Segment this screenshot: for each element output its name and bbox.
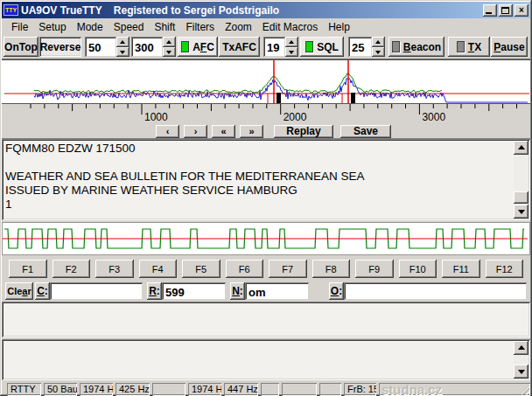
callsign-input[interactable] xyxy=(50,282,143,300)
title-bar[interactable]: TTY UA9OV TrueTTY Registered to Sergei P… xyxy=(2,2,530,18)
callsign-label[interactable]: C: xyxy=(35,282,50,300)
save-button[interactable]: Save xyxy=(340,125,391,138)
afc-toggle[interactable]: AFC xyxy=(178,37,218,57)
pause-label: Pause xyxy=(494,41,524,53)
scroll-down-button[interactable] xyxy=(514,205,528,219)
status-bar: RTTY50 Baud1974 Hz425 Hz1974 Hz447 HzFrB… xyxy=(2,382,530,396)
replay-button[interactable]: Replay xyxy=(274,125,333,138)
tx-button[interactable]: TX xyxy=(448,37,490,57)
status-panel-10: FrB: 15 xyxy=(344,383,376,396)
up-arrow-icon xyxy=(120,40,125,44)
name-label[interactable]: N: xyxy=(230,282,245,300)
minimize-button[interactable] xyxy=(483,4,497,17)
afc-range-input[interactable] xyxy=(263,37,285,57)
squelch-down-button[interactable] xyxy=(372,47,385,58)
fast-forward-button[interactable]: » xyxy=(240,125,263,138)
oscilloscope-display xyxy=(2,222,530,255)
transmit-window[interactable] xyxy=(2,302,530,337)
menu-shift[interactable]: Shift xyxy=(149,19,180,35)
scroll-up-button[interactable] xyxy=(514,341,528,355)
frequency-scale[interactable]: 100020003000 xyxy=(2,104,530,124)
down-arrow-icon xyxy=(166,51,172,54)
menu-edit-macros[interactable]: Edit Macros xyxy=(257,19,323,35)
fkey-f10[interactable]: F10 xyxy=(399,260,438,278)
rx-line: 1 xyxy=(5,198,511,212)
afc-range-up-button[interactable] xyxy=(285,37,298,47)
rx-scrollbar[interactable] xyxy=(514,141,528,219)
clear-button[interactable]: Clear xyxy=(5,282,33,300)
down-arrow-icon xyxy=(518,210,525,214)
status-panel-3: 425 Hz xyxy=(116,383,150,396)
down-arrow-icon xyxy=(375,51,381,54)
afc-label: AFC xyxy=(192,41,214,53)
other-label[interactable]: O: xyxy=(329,282,344,300)
fkey-f12[interactable]: F12 xyxy=(486,260,524,278)
pause-button[interactable]: Pause xyxy=(491,37,528,57)
secondary-scrollbar[interactable] xyxy=(514,341,528,379)
shift-input[interactable] xyxy=(131,37,163,57)
receive-window[interactable]: FQMM80 EDZW 171500 WEATHER AND SEA BULLE… xyxy=(2,139,530,220)
down-arrow-icon xyxy=(289,51,294,54)
sql-led-icon xyxy=(305,41,313,52)
scroll-down-button[interactable] xyxy=(514,365,528,379)
status-panel-6: 447 Hz xyxy=(224,383,258,396)
fkey-f6[interactable]: F6 xyxy=(226,260,264,278)
step-back-button[interactable]: ‹ xyxy=(156,125,179,138)
fkey-f1[interactable]: F1 xyxy=(9,260,47,278)
scroll-up-button[interactable] xyxy=(514,141,528,155)
reverse-toggle[interactable]: Reverse xyxy=(39,37,81,57)
speed-down-button[interactable] xyxy=(116,47,130,58)
fkey-f9[interactable]: F9 xyxy=(355,260,394,278)
fkey-f2[interactable]: F2 xyxy=(52,260,91,278)
squelch-input[interactable] xyxy=(348,37,372,57)
menu-file[interactable]: File xyxy=(6,19,33,35)
status-panel-5: 1974 Hz xyxy=(188,383,221,396)
spectrum-display[interactable] xyxy=(2,59,530,104)
speed-up-button[interactable] xyxy=(116,37,130,47)
close-button[interactable]: × xyxy=(514,4,528,17)
fkey-f11[interactable]: F11 xyxy=(442,260,480,278)
scale-label-2000: 2000 xyxy=(284,111,307,123)
fkey-f8[interactable]: F8 xyxy=(312,260,351,278)
maximize-icon xyxy=(501,7,509,14)
fkey-f5[interactable]: F5 xyxy=(182,260,220,278)
fast-back-button[interactable]: « xyxy=(212,125,235,138)
menu-help[interactable]: Help xyxy=(323,19,355,35)
speed-input[interactable] xyxy=(85,37,116,57)
afc-led-icon xyxy=(181,41,189,52)
replay-controls: ‹ › « » Replay Save xyxy=(2,124,530,139)
fkey-f7[interactable]: F7 xyxy=(269,260,307,278)
step-forward-button[interactable]: › xyxy=(184,125,207,138)
shift-spinner xyxy=(131,37,176,57)
status-panel-0: RTTY xyxy=(7,383,41,396)
txafc-button[interactable]: TxAFC xyxy=(219,37,260,57)
name-input[interactable] xyxy=(245,282,309,300)
maximize-button[interactable] xyxy=(499,4,513,17)
minimize-icon xyxy=(486,12,492,14)
shift-down-button[interactable] xyxy=(163,47,176,58)
watermark-text: studna.cz xyxy=(382,383,442,396)
menu-speed[interactable]: Speed xyxy=(108,19,150,35)
secondary-window[interactable] xyxy=(2,339,530,380)
resize-grip[interactable] xyxy=(519,385,529,395)
macro-fields: Clear C: R: N: O: xyxy=(2,281,530,301)
rst-input[interactable] xyxy=(162,282,226,300)
afc-range-down-button[interactable] xyxy=(285,47,298,58)
beacon-button[interactable]: Beacon xyxy=(388,37,444,57)
scroll-thumb[interactable] xyxy=(514,191,528,204)
sql-toggle[interactable]: SQL xyxy=(300,37,344,57)
menu-mode[interactable]: Mode xyxy=(72,19,108,35)
fkey-f4[interactable]: F4 xyxy=(139,260,178,278)
menu-zoom[interactable]: Zoom xyxy=(220,19,257,35)
shift-up-button[interactable] xyxy=(163,37,176,47)
beacon-label: Beacon xyxy=(403,41,441,53)
rst-label[interactable]: R: xyxy=(147,282,162,300)
fkey-f3[interactable]: F3 xyxy=(95,260,134,278)
squelch-up-button[interactable] xyxy=(372,37,385,47)
scale-label-3000: 3000 xyxy=(422,111,445,123)
menu-setup[interactable]: Setup xyxy=(33,19,71,35)
other-input[interactable] xyxy=(344,282,527,300)
ontop-button[interactable]: OnTop xyxy=(4,37,38,57)
beacon-led-icon xyxy=(392,41,400,52)
menu-filters[interactable]: Filters xyxy=(180,19,220,35)
